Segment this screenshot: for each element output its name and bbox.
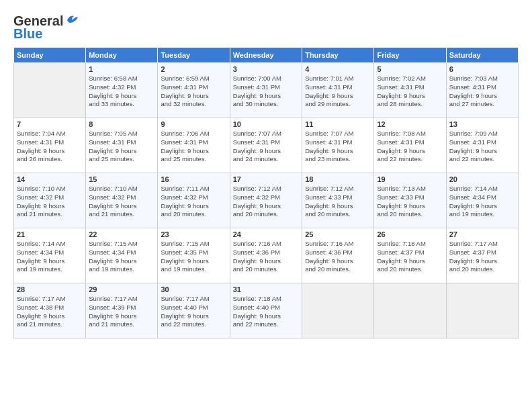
day-info: Sunrise: 7:05 AM Sunset: 4:31 PM Dayligh… [89,130,154,164]
day-info: Sunrise: 7:10 AM Sunset: 4:32 PM Dayligh… [17,185,83,219]
logo-bird-icon [64,13,79,27]
day-info: Sunrise: 7:14 AM Sunset: 4:34 PM Dayligh… [449,185,515,219]
day-info: Sunrise: 7:12 AM Sunset: 4:33 PM Dayligh… [305,185,371,219]
calendar-cell: 9Sunrise: 7:06 AM Sunset: 4:31 PM Daylig… [158,118,230,173]
calendar-cell: 26Sunrise: 7:16 AM Sunset: 4:37 PM Dayli… [374,228,446,283]
day-info: Sunrise: 7:17 AM Sunset: 4:38 PM Dayligh… [17,295,83,329]
day-number: 18 [305,175,371,183]
day-info: Sunrise: 7:12 AM Sunset: 4:32 PM Dayligh… [233,185,299,219]
calendar-cell [374,283,446,338]
day-info: Sunrise: 7:08 AM Sunset: 4:31 PM Dayligh… [377,130,443,164]
day-number: 16 [161,175,226,183]
day-info: Sunrise: 7:03 AM Sunset: 4:31 PM Dayligh… [449,75,515,109]
calendar-header-saturday: Saturday [446,48,518,63]
calendar-cell: 24Sunrise: 7:16 AM Sunset: 4:36 PM Dayli… [230,228,302,283]
calendar-week-row: 28Sunrise: 7:17 AM Sunset: 4:38 PM Dayli… [14,283,519,338]
day-number: 15 [89,175,154,183]
day-number: 5 [377,65,443,73]
calendar-cell: 22Sunrise: 7:15 AM Sunset: 4:34 PM Dayli… [86,228,158,283]
calendar-cell: 5Sunrise: 7:02 AM Sunset: 4:31 PM Daylig… [374,63,446,118]
day-number: 31 [233,285,299,293]
day-info: Sunrise: 7:17 AM Sunset: 4:40 PM Dayligh… [161,295,226,329]
calendar-cell: 11Sunrise: 7:07 AM Sunset: 4:31 PM Dayli… [302,118,374,173]
day-number: 20 [449,175,515,183]
calendar-week-row: 21Sunrise: 7:14 AM Sunset: 4:34 PM Dayli… [14,228,519,283]
day-info: Sunrise: 7:15 AM Sunset: 4:35 PM Dayligh… [161,240,226,274]
calendar-cell: 31Sunrise: 7:18 AM Sunset: 4:40 PM Dayli… [230,283,302,338]
day-info: Sunrise: 7:07 AM Sunset: 4:31 PM Dayligh… [305,130,371,164]
day-number: 27 [449,230,515,238]
calendar-header-wednesday: Wednesday [230,48,302,63]
day-number: 30 [161,285,226,293]
calendar-cell: 16Sunrise: 7:11 AM Sunset: 4:32 PM Dayli… [158,173,230,228]
calendar-cell: 10Sunrise: 7:07 AM Sunset: 4:31 PM Dayli… [230,118,302,173]
day-number: 17 [233,175,299,183]
day-number: 29 [89,285,154,293]
calendar-cell: 2Sunrise: 6:59 AM Sunset: 4:31 PM Daylig… [158,63,230,118]
day-info: Sunrise: 7:07 AM Sunset: 4:31 PM Dayligh… [233,130,299,164]
day-number: 9 [161,120,226,128]
calendar-cell: 27Sunrise: 7:17 AM Sunset: 4:37 PM Dayli… [446,228,518,283]
day-info: Sunrise: 6:58 AM Sunset: 4:32 PM Dayligh… [89,75,154,109]
calendar-cell [14,63,86,118]
day-info: Sunrise: 7:16 AM Sunset: 4:37 PM Dayligh… [377,240,443,274]
day-info: Sunrise: 7:04 AM Sunset: 4:31 PM Dayligh… [17,130,83,164]
calendar-cell: 30Sunrise: 7:17 AM Sunset: 4:40 PM Dayli… [158,283,230,338]
calendar-cell: 17Sunrise: 7:12 AM Sunset: 4:32 PM Dayli… [230,173,302,228]
day-number: 6 [449,65,515,73]
calendar-cell: 7Sunrise: 7:04 AM Sunset: 4:31 PM Daylig… [14,118,86,173]
calendar-table: SundayMondayTuesdayWednesdayThursdayFrid… [13,47,519,338]
calendar-cell: 20Sunrise: 7:14 AM Sunset: 4:34 PM Dayli… [446,173,518,228]
calendar-cell: 3Sunrise: 7:00 AM Sunset: 4:31 PM Daylig… [230,63,302,118]
day-number: 14 [17,175,83,183]
calendar-week-row: 1Sunrise: 6:58 AM Sunset: 4:32 PM Daylig… [14,63,519,118]
day-info: Sunrise: 7:17 AM Sunset: 4:37 PM Dayligh… [449,240,515,274]
calendar-cell: 6Sunrise: 7:03 AM Sunset: 4:31 PM Daylig… [446,63,518,118]
day-info: Sunrise: 7:18 AM Sunset: 4:40 PM Dayligh… [233,295,299,329]
calendar-cell: 28Sunrise: 7:17 AM Sunset: 4:38 PM Dayli… [14,283,86,338]
day-number: 26 [377,230,443,238]
calendar-cell: 29Sunrise: 7:17 AM Sunset: 4:39 PM Dayli… [86,283,158,338]
day-info: Sunrise: 7:16 AM Sunset: 4:36 PM Dayligh… [305,240,371,274]
day-number: 12 [377,120,443,128]
calendar-cell [302,283,374,338]
day-number: 22 [89,230,154,238]
calendar-header-sunday: Sunday [14,48,86,63]
calendar-cell: 12Sunrise: 7:08 AM Sunset: 4:31 PM Dayli… [374,118,446,173]
calendar-week-row: 7Sunrise: 7:04 AM Sunset: 4:31 PM Daylig… [14,118,519,173]
day-number: 11 [305,120,371,128]
day-info: Sunrise: 7:06 AM Sunset: 4:31 PM Dayligh… [161,130,226,164]
day-number: 8 [89,120,154,128]
calendar-cell: 1Sunrise: 6:58 AM Sunset: 4:32 PM Daylig… [86,63,158,118]
day-number: 3 [233,65,299,73]
day-info: Sunrise: 6:59 AM Sunset: 4:31 PM Dayligh… [161,75,226,109]
calendar-cell: 23Sunrise: 7:15 AM Sunset: 4:35 PM Dayli… [158,228,230,283]
day-number: 2 [161,65,226,73]
day-number: 19 [377,175,443,183]
day-info: Sunrise: 7:01 AM Sunset: 4:31 PM Dayligh… [305,75,371,109]
day-number: 25 [305,230,371,238]
calendar-cell: 15Sunrise: 7:10 AM Sunset: 4:32 PM Dayli… [86,173,158,228]
calendar-cell: 21Sunrise: 7:14 AM Sunset: 4:34 PM Dayli… [14,228,86,283]
day-number: 24 [233,230,299,238]
day-number: 23 [161,230,226,238]
calendar-cell: 8Sunrise: 7:05 AM Sunset: 4:31 PM Daylig… [86,118,158,173]
logo-blue: Blue [13,26,42,42]
calendar-cell: 19Sunrise: 7:13 AM Sunset: 4:33 PM Dayli… [374,173,446,228]
day-info: Sunrise: 7:17 AM Sunset: 4:39 PM Dayligh… [89,295,154,329]
day-number: 1 [89,65,154,73]
calendar-header-tuesday: Tuesday [158,48,230,63]
day-info: Sunrise: 7:02 AM Sunset: 4:31 PM Dayligh… [377,75,443,109]
calendar-header-row: SundayMondayTuesdayWednesdayThursdayFrid… [14,48,519,63]
calendar-cell: 25Sunrise: 7:16 AM Sunset: 4:36 PM Dayli… [302,228,374,283]
day-info: Sunrise: 7:11 AM Sunset: 4:32 PM Dayligh… [161,185,226,219]
page-header: General Blue [13,13,519,42]
calendar-cell: 4Sunrise: 7:01 AM Sunset: 4:31 PM Daylig… [302,63,374,118]
calendar-cell: 18Sunrise: 7:12 AM Sunset: 4:33 PM Dayli… [302,173,374,228]
calendar-header-friday: Friday [374,48,446,63]
day-info: Sunrise: 7:13 AM Sunset: 4:33 PM Dayligh… [377,185,443,219]
calendar-cell [446,283,518,338]
calendar-header-monday: Monday [86,48,158,63]
day-number: 28 [17,285,83,293]
calendar-cell: 13Sunrise: 7:09 AM Sunset: 4:31 PM Dayli… [446,118,518,173]
